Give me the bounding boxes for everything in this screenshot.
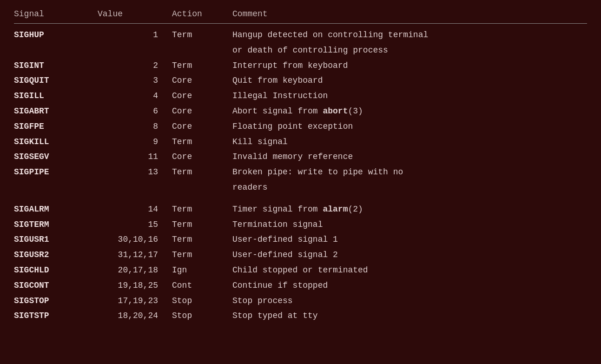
signal-comment: Hangup detected on controlling terminal — [232, 28, 587, 42]
signal-action: Term — [172, 218, 232, 232]
signal-comment: Abort signal from abort(3) — [232, 105, 587, 118]
table-row: SIGKILL9TermKill signal — [14, 134, 587, 150]
signal-name: SIGSEGV — [14, 150, 98, 164]
signal-action: Stop — [172, 294, 232, 308]
signal-name: SIGABRT — [14, 105, 98, 118]
table-row: SIGILL4CoreIllegal Instruction — [14, 88, 587, 104]
signal-name: SIGPIPE — [14, 165, 98, 179]
signal-action: Term — [172, 203, 232, 216]
table-row: SIGUSR130,10,16TermUser-defined signal 1 — [14, 232, 587, 247]
signal-comment: Interrupt from keyboard — [232, 59, 587, 73]
table-row-continuation: readers — [14, 180, 587, 195]
signal-name: SIGTSTP — [14, 309, 98, 323]
signal-value: 3 — [98, 74, 172, 87]
table-header: Signal Value Action Comment — [14, 9, 587, 24]
table-row: SIGSEGV11CoreInvalid memory reference — [14, 149, 587, 165]
table-row: SIGUSR231,12,17TermUser-defined signal 2 — [14, 247, 587, 263]
signal-value: 19,18,25 — [98, 279, 172, 292]
header-value: Value — [98, 9, 172, 19]
signal-action: Core — [172, 150, 232, 164]
table-row: SIGHUP1TermHangup detected on controllin… — [14, 27, 587, 43]
signal-action: Core — [172, 120, 232, 133]
signal-value: 1 — [98, 28, 172, 42]
signal-action: Core — [172, 74, 232, 87]
signal-value: 15 — [98, 218, 172, 232]
signal-name: SIGSTOP — [14, 294, 98, 308]
table-row: SIGTERM15TermTermination signal — [14, 217, 587, 232]
signal-value: 8 — [98, 120, 172, 133]
signals-table: Signal Value Action Comment SIGHUP1TermH… — [14, 9, 587, 324]
signal-value: 4 — [98, 89, 172, 103]
signal-comment: Quit from keyboard — [232, 74, 587, 87]
signal-action: Term — [172, 135, 232, 149]
signal-action: Cont — [172, 279, 232, 292]
table-row: SIGFPE8CoreFloating point exception — [14, 119, 587, 134]
signal-action: Core — [172, 89, 232, 103]
signal-name: SIGFPE — [14, 120, 98, 133]
signal-action: Core — [172, 105, 232, 118]
header-comment: Comment — [232, 9, 587, 19]
table-row: SIGTSTP18,20,24StopStop typed at tty — [14, 308, 587, 324]
signal-value: 11 — [98, 150, 172, 164]
signal-comment: Termination signal — [232, 218, 587, 232]
signal-name: SIGILL — [14, 89, 98, 103]
signal-name: SIGCHLD — [14, 264, 98, 277]
signal-name: SIGHUP — [14, 28, 98, 42]
header-signal: Signal — [14, 9, 98, 19]
table-body: SIGHUP1TermHangup detected on controllin… — [14, 27, 587, 324]
signal-value: 2 — [98, 59, 172, 73]
signal-value: 31,12,17 — [98, 248, 172, 262]
table-row: SIGPIPE13TermBroken pipe: write to pipe … — [14, 165, 587, 180]
signal-name: SIGCONT — [14, 279, 98, 292]
signal-value: 30,10,16 — [98, 233, 172, 246]
header-action: Action — [172, 9, 232, 19]
signal-comment: Floating point exception — [232, 120, 587, 133]
table-row: SIGINT2TermInterrupt from keyboard — [14, 58, 587, 73]
signal-action: Stop — [172, 309, 232, 323]
signal-name: SIGUSR1 — [14, 233, 98, 246]
signal-action: Term — [172, 165, 232, 179]
signal-comment: Illegal Instruction — [232, 89, 587, 103]
signal-value: 13 — [98, 165, 172, 179]
signal-action: Ign — [172, 264, 232, 277]
signal-comment: Stop typed at tty — [232, 309, 587, 323]
table-row: SIGSTOP17,19,23StopStop process — [14, 293, 587, 309]
signal-comment: User-defined signal 1 — [232, 233, 587, 246]
table-row: SIGALRM14TermTimer signal from alarm(2) — [14, 202, 587, 217]
signal-comment: Broken pipe: write to pipe with no — [232, 165, 587, 179]
signal-value: 9 — [98, 135, 172, 149]
signal-value: 20,17,18 — [98, 264, 172, 277]
signal-action: Term — [172, 59, 232, 73]
table-row-continuation: or death of controlling process — [14, 43, 587, 58]
signal-comment: User-defined signal 2 — [232, 248, 587, 262]
table-row: SIGCONT19,18,25ContContinue if stopped — [14, 278, 587, 293]
signal-value: 6 — [98, 105, 172, 118]
signal-name: SIGKILL — [14, 135, 98, 149]
signal-comment: Timer signal from alarm(2) — [232, 203, 587, 216]
signal-action: Term — [172, 28, 232, 42]
signal-name: SIGALRM — [14, 203, 98, 216]
signal-comment-continuation: or death of controlling process — [232, 44, 587, 57]
signal-name: SIGTERM — [14, 218, 98, 232]
signal-action: Term — [172, 233, 232, 246]
signal-comment: Kill signal — [232, 135, 587, 149]
signal-comment: Child stopped or terminated — [232, 264, 587, 277]
signal-name: SIGQUIT — [14, 74, 98, 87]
signal-comment: Stop process — [232, 294, 587, 308]
signal-comment: Invalid memory reference — [232, 150, 587, 164]
signal-value: 14 — [98, 203, 172, 216]
signal-comment-continuation: readers — [232, 181, 587, 194]
table-row: SIGQUIT3CoreQuit from keyboard — [14, 73, 587, 88]
table-row: SIGABRT6CoreAbort signal from abort(3) — [14, 104, 587, 119]
signal-name: SIGINT — [14, 59, 98, 73]
table-row: SIGCHLD20,17,18IgnChild stopped or termi… — [14, 263, 587, 278]
signal-value: 17,19,23 — [98, 294, 172, 308]
signal-value: 18,20,24 — [98, 309, 172, 323]
signal-action: Term — [172, 248, 232, 262]
signal-comment: Continue if stopped — [232, 279, 587, 292]
signal-name: SIGUSR2 — [14, 248, 98, 262]
